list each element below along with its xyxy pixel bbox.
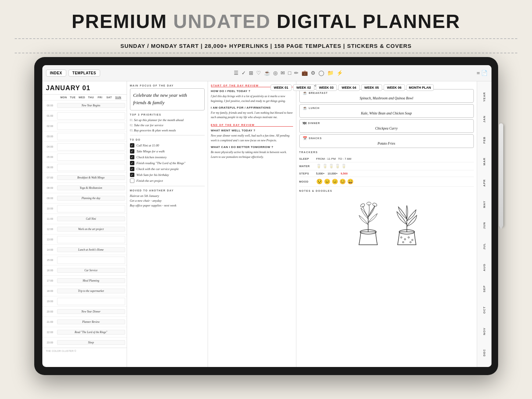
mood-2: 😐 xyxy=(324,179,330,185)
table-row: 16:00Car Service xyxy=(42,265,127,276)
day-sat: SAT xyxy=(105,96,114,99)
tablet-screen: INDEX TEMPLATES ☰ ✓ ⊞ ♡ ☕ ◎ ✉ □ ✏ 💼 ⚙ ◯ … xyxy=(42,65,492,367)
snacks-box: 📅 SNACKS Potato Fries xyxy=(299,134,474,148)
cup-icon[interactable]: ☕ xyxy=(264,70,270,76)
sidebar-jan[interactable]: JAN xyxy=(483,116,486,123)
mood-3: 😐 xyxy=(332,179,338,185)
sidebar-dec[interactable]: DEC xyxy=(483,349,486,356)
table-row: 07:00Breakfast & Walk Mingo xyxy=(42,173,127,183)
toolbar-center: ☰ ✓ ⊞ ♡ ☕ ◎ ✉ □ ✏ 💼 ⚙ ◯ 📁 ⚡ xyxy=(234,70,342,76)
sidebar-feb[interactable]: FEB xyxy=(483,137,486,144)
water-tracker: WATER 🥛 🥛 🥛 🥛 🥛 xyxy=(299,162,474,170)
sidebar-mar[interactable]: MAR xyxy=(483,158,486,165)
checkbox-checked[interactable]: ✓ xyxy=(130,149,134,153)
heart-icon[interactable]: ♡ xyxy=(256,70,261,76)
page-icon[interactable]: 📄 xyxy=(481,70,487,77)
checkbox-checked[interactable]: ✓ xyxy=(130,155,134,159)
mood-5: 😄 xyxy=(347,179,353,185)
svg-point-10 xyxy=(402,241,404,243)
checkbox-checked[interactable]: ✓ xyxy=(130,167,134,171)
breakfast-name: Spinach, Mushroom and Quinoa Bowl xyxy=(303,96,471,101)
steps-value: 9,500 xyxy=(339,172,348,175)
sidebar-jun[interactable]: JUN xyxy=(483,222,486,229)
tablet-wrapper: INDEX TEMPLATES ☰ ✓ ⊞ ♡ ☕ ◎ ✉ □ ✏ 💼 ⚙ ◯ … xyxy=(34,57,498,375)
mood-label: MOOD xyxy=(299,180,313,183)
list-icon[interactable]: ☰ xyxy=(234,70,239,76)
better-question: WHAT CAN I DO BETTER TOMORROW ? xyxy=(211,145,293,149)
apple-pencil xyxy=(499,123,503,226)
tablet-frame: INDEX TEMPLATES ☰ ✓ ⊞ ♡ ☕ ◎ ✉ □ ✏ 💼 ⚙ ◯ … xyxy=(34,57,498,375)
table-row: 23:00Sleep xyxy=(42,338,127,348)
square-icon[interactable]: □ xyxy=(288,70,291,76)
pencil-icon[interactable]: ✏ xyxy=(294,70,299,76)
week-06-tab[interactable]: WEEK 06 xyxy=(384,84,405,91)
water-icons: 🥛 🥛 🥛 🥛 🥛 xyxy=(316,164,346,169)
priority-2: 02. Take the car for service xyxy=(130,123,205,128)
day-fri: FRI xyxy=(95,96,105,99)
todo-label: TO DO xyxy=(130,138,205,141)
steps-display: 5,000+ 10,000+ 9,500 xyxy=(316,172,348,175)
title-part1: PREMIUM xyxy=(72,11,173,32)
checkbox-checked[interactable]: ✓ xyxy=(130,173,134,177)
checkbox-checked[interactable]: ✓ xyxy=(130,143,134,148)
main-focus-text[interactable]: Celebrate the new year with friends & fa… xyxy=(130,88,205,110)
mail-icon[interactable]: ✉ xyxy=(281,70,285,76)
feel-text: I feel this day brings with it a lot of … xyxy=(211,94,293,104)
index-button[interactable]: INDEX xyxy=(46,70,66,77)
settings-icon[interactable]: ⚙ xyxy=(311,70,316,76)
dinner-box: 🍽 DINNER Chickpea Curry xyxy=(299,119,474,133)
bottom-divider xyxy=(15,53,517,53)
svg-point-2 xyxy=(360,203,365,208)
moved-divider xyxy=(130,186,205,186)
week-05-tab[interactable]: WEEK 05 xyxy=(361,84,383,91)
day-wed: WED xyxy=(77,96,87,99)
grid-icon[interactable]: ⊞ xyxy=(249,70,253,76)
sidebar-apr[interactable]: APR xyxy=(483,179,486,187)
toolbar-left: INDEX TEMPLATES xyxy=(46,70,100,77)
check-icon[interactable]: ✓ xyxy=(242,70,246,76)
target-icon[interactable]: ◎ xyxy=(273,70,278,76)
checkbox-empty[interactable] xyxy=(130,179,134,183)
templates-button[interactable]: TEMPLATES xyxy=(68,70,100,77)
week-tabs: WEEK 01 WEEK 02 WEEK 03 WEEK 04 WEEK 05 … xyxy=(271,83,473,92)
week-04-tab[interactable]: WEEK 04 xyxy=(338,84,360,91)
week-03-tab[interactable]: WEEK 03 xyxy=(316,84,337,91)
lightning-icon[interactable]: ⚡ xyxy=(337,70,343,76)
bubble-icon[interactable]: ◯ xyxy=(318,70,324,76)
table-row: 06:00 xyxy=(42,162,127,173)
sidebar-oct[interactable]: OCT xyxy=(483,306,486,314)
svg-point-8 xyxy=(408,237,409,238)
table-row: 00:00New Year Begins xyxy=(42,100,127,111)
plant-svg-1 xyxy=(350,199,387,247)
sidebar-jul[interactable]: JUL xyxy=(483,243,486,250)
top-toolbar: INDEX TEMPLATES ☰ ✓ ⊞ ♡ ☕ ◎ ✉ □ ✏ 💼 ⚙ ◯ … xyxy=(42,65,492,81)
moved-item-2: Get a new chair - anyday xyxy=(130,198,205,203)
table-row: 19:00 xyxy=(42,296,127,307)
week-02-tab[interactable]: WEEK 02 xyxy=(293,84,314,91)
svg-point-9 xyxy=(412,239,413,241)
checkbox-checked[interactable]: ✓ xyxy=(130,161,134,165)
svg-point-11 xyxy=(410,241,411,243)
plant-svg-2 xyxy=(390,199,423,247)
table-row: 10:00 xyxy=(42,204,127,214)
priority-3: 03. Buy groceries & plan week meals xyxy=(130,128,205,133)
sidebar-sep[interactable]: SEP xyxy=(483,285,486,292)
table-row: 09:00Planning the day xyxy=(42,193,127,204)
title-undated: UNDATED xyxy=(173,11,271,32)
sidebar-year[interactable]: YEAR xyxy=(483,92,486,102)
sidebar-aug[interactable]: AUG xyxy=(483,264,486,271)
sidebar-may[interactable]: MAY xyxy=(483,201,486,208)
grateful-text: For my family, friends and my work. I am… xyxy=(211,111,293,120)
schedule-header: JANUARY 01 xyxy=(42,81,127,95)
schedule-date: JANUARY 01 xyxy=(46,84,123,92)
month-plan-tab[interactable]: MONTH PLAN xyxy=(406,84,434,91)
suitcase-icon[interactable]: 💼 xyxy=(302,70,308,76)
sidebar-nov[interactable]: NOV xyxy=(483,328,486,335)
table-row: 21:00Planner Review xyxy=(42,317,127,327)
table-row: 05:00 xyxy=(42,152,127,162)
hamburger-icon[interactable]: ≡ xyxy=(476,70,480,77)
content-area: JANUARY 01 MON TUE WED THU FRI SAT SUN 0… xyxy=(42,81,477,367)
folder-icon[interactable]: 📁 xyxy=(327,70,334,76)
moved-item-1: Haircut on 5th January xyxy=(130,193,205,198)
week-01-tab[interactable]: WEEK 01 xyxy=(271,84,292,91)
